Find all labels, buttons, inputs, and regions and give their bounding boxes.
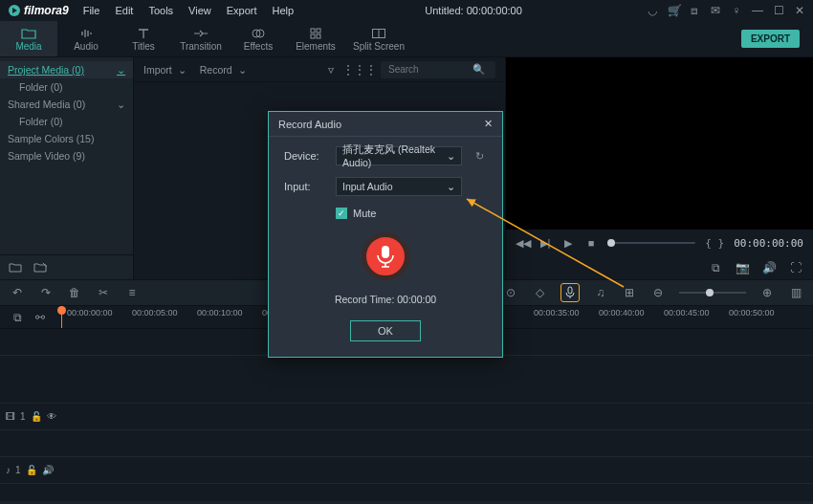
preview-screen[interactable] bbox=[506, 57, 813, 230]
chevron-down-icon: ⌄ bbox=[447, 150, 455, 162]
redo-icon[interactable]: ↷ bbox=[38, 285, 54, 300]
export-button[interactable]: EXPORT bbox=[741, 30, 800, 48]
timeline-options-icon[interactable]: ⧉ bbox=[10, 310, 25, 325]
tab-effects[interactable]: Effects bbox=[230, 21, 287, 56]
svg-rect-3 bbox=[311, 29, 315, 33]
record-dropdown[interactable]: Record⌄ bbox=[200, 64, 247, 76]
menu-view[interactable]: View bbox=[182, 3, 218, 18]
record-time-label: Record Time: bbox=[335, 294, 394, 305]
new-folder-icon[interactable] bbox=[8, 260, 23, 275]
ruler-tick: 00:00:50:00 bbox=[729, 308, 775, 318]
close-dialog-icon[interactable]: ✕ bbox=[484, 118, 493, 130]
tab-titles-label: Titles bbox=[132, 41, 155, 52]
split-screen-icon bbox=[372, 27, 385, 40]
playhead[interactable] bbox=[61, 306, 62, 328]
refresh-devices-icon[interactable]: ↻ bbox=[472, 150, 487, 163]
tab-media[interactable]: Media bbox=[0, 21, 57, 56]
device-select[interactable]: 插孔麦克风 (Realtek Audio) ⌄ bbox=[336, 146, 462, 165]
record-time: Record Time: 00:00:00 bbox=[284, 294, 487, 305]
edit-tools-icon[interactable]: ≡ bbox=[124, 285, 140, 300]
zoom-in-icon[interactable]: ⊕ bbox=[759, 285, 775, 300]
lock-icon[interactable]: 🔓 bbox=[26, 465, 37, 475]
menu-edit[interactable]: Edit bbox=[108, 3, 140, 18]
cart-icon[interactable]: 🛒 bbox=[668, 5, 679, 16]
input-select[interactable]: Input Audio ⌄ bbox=[336, 177, 462, 196]
maximize-icon[interactable]: ☐ bbox=[773, 5, 784, 16]
ruler-tick: 00:00:40:00 bbox=[599, 308, 645, 318]
eye-icon[interactable]: 👁 bbox=[47, 411, 56, 422]
link-icon[interactable]: ⚯ bbox=[33, 310, 48, 325]
input-value: Input Audio bbox=[342, 181, 393, 192]
preview-timecode: 00:00:00:00 bbox=[734, 237, 803, 250]
import-dropdown[interactable]: Import⌄ bbox=[143, 64, 187, 76]
step-back-icon[interactable]: ▶| bbox=[538, 237, 552, 250]
tab-audio[interactable]: Audio bbox=[57, 21, 115, 56]
render-icon[interactable]: ⊙ bbox=[503, 285, 518, 300]
lock-icon[interactable]: 🔓 bbox=[31, 411, 42, 422]
menu-file[interactable]: File bbox=[77, 3, 107, 18]
svg-rect-4 bbox=[317, 29, 320, 33]
menu-export[interactable]: Export bbox=[220, 3, 264, 18]
track-row[interactable] bbox=[0, 430, 813, 457]
bell-icon[interactable]: ⧈ bbox=[689, 5, 700, 16]
user-icon[interactable]: ◡ bbox=[647, 5, 658, 16]
search-icon: 🔍 bbox=[472, 63, 485, 76]
stop-icon[interactable]: ■ bbox=[584, 237, 598, 249]
filter-icon[interactable]: ▿ bbox=[323, 62, 339, 77]
close-icon[interactable]: ✕ bbox=[794, 5, 805, 16]
search-input[interactable] bbox=[386, 63, 472, 76]
search-box[interactable]: 🔍 bbox=[381, 61, 495, 78]
sidebar-item-project-media[interactable]: Project Media (0)⌄ bbox=[0, 61, 133, 78]
track-gap bbox=[0, 356, 813, 404]
mute-checkbox[interactable]: ✓ Mute bbox=[336, 208, 487, 219]
delete-folder-icon[interactable] bbox=[33, 260, 48, 275]
chevron-down-icon: ⌄ bbox=[117, 99, 125, 110]
sidebar-item-shared-media[interactable]: Shared Media (0)⌄ bbox=[0, 96, 133, 113]
cut-icon[interactable]: ✂ bbox=[96, 285, 111, 300]
sidebar-item-sample-colors[interactable]: Sample Colors (15) bbox=[0, 130, 133, 147]
elements-icon bbox=[310, 27, 321, 40]
info-icon[interactable]: ♀ bbox=[731, 5, 742, 16]
snapshot-icon[interactable]: 📷 bbox=[735, 260, 750, 275]
zoom-fit-icon[interactable]: ▥ bbox=[788, 285, 803, 300]
audio-track[interactable]: ♪ 1 🔓 🔊 bbox=[0, 457, 813, 484]
chevron-down-icon: ⌄ bbox=[117, 64, 125, 76]
fullscreen-icon[interactable]: ⛶ bbox=[788, 260, 803, 275]
chevron-down-icon: ⌄ bbox=[178, 64, 187, 76]
marker-icon[interactable]: ◇ bbox=[532, 285, 547, 300]
play-icon[interactable]: ▶ bbox=[561, 237, 575, 250]
ok-button[interactable]: OK bbox=[350, 320, 421, 341]
menu-help[interactable]: Help bbox=[266, 3, 301, 18]
quality-icon[interactable]: ⧉ bbox=[708, 260, 723, 275]
speaker-icon[interactable]: 🔊 bbox=[42, 465, 54, 475]
menu-tools[interactable]: Tools bbox=[142, 3, 180, 18]
undo-icon[interactable]: ↶ bbox=[10, 285, 25, 300]
record-voiceover-button[interactable] bbox=[560, 283, 580, 302]
audio-mixer-icon[interactable]: ♫ bbox=[593, 285, 608, 300]
sidebar-item-folder-2[interactable]: Folder (0) bbox=[0, 113, 133, 130]
sidebar-item-folder-1[interactable]: Folder (0) bbox=[0, 78, 133, 96]
svg-rect-10 bbox=[568, 287, 572, 294]
record-button[interactable] bbox=[362, 232, 409, 280]
minimize-icon[interactable]: — bbox=[752, 5, 763, 16]
preview-markers: { } bbox=[705, 237, 724, 250]
add-marker-icon[interactable]: ⊞ bbox=[622, 285, 637, 300]
delete-icon[interactable]: 🗑 bbox=[67, 285, 82, 300]
tab-transition-label: Transition bbox=[180, 41, 222, 52]
volume-icon[interactable]: 🔊 bbox=[761, 260, 777, 275]
zoom-out-icon[interactable]: ⊖ bbox=[650, 285, 666, 300]
mail-icon[interactable]: ✉ bbox=[710, 5, 721, 16]
sidebar-item-sample-video[interactable]: Sample Video (9) bbox=[0, 147, 133, 164]
zoom-slider[interactable] bbox=[679, 292, 746, 294]
tab-transition[interactable]: Transition bbox=[172, 21, 230, 56]
checkbox-checked-icon: ✓ bbox=[336, 208, 347, 219]
tab-titles[interactable]: Titles bbox=[115, 21, 172, 56]
video-track[interactable]: 🎞 1 🔓 👁 bbox=[0, 404, 813, 430]
preview-scrubber[interactable] bbox=[607, 242, 695, 244]
ruler-tick: 00:00:05:00 bbox=[132, 308, 178, 318]
tab-split-screen[interactable]: Split Screen bbox=[344, 21, 413, 56]
category-tabs: Media Audio Titles Transition Effects El… bbox=[0, 21, 813, 57]
grid-view-icon[interactable]: ⋮⋮⋮ bbox=[352, 62, 367, 77]
tab-elements[interactable]: Elements bbox=[287, 21, 344, 56]
prev-frame-icon[interactable]: ◀◀ bbox=[516, 237, 529, 250]
